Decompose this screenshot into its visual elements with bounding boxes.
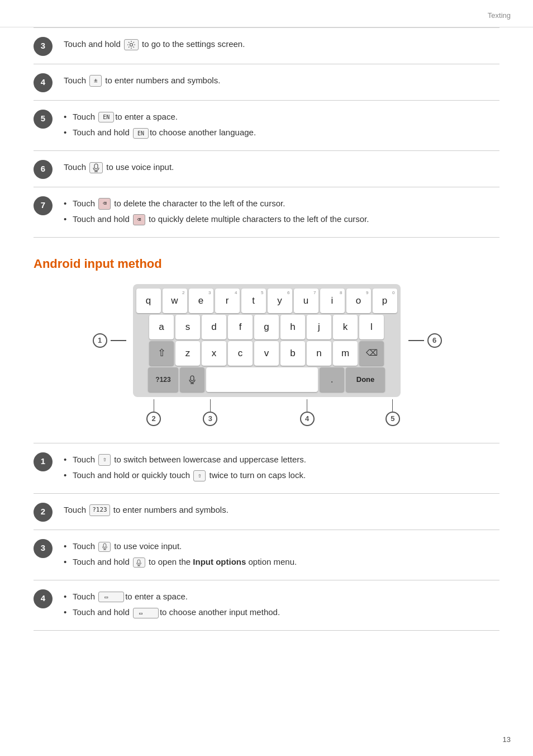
- step-7-bullet-2: Touch and hold ⌫ to quickly delete multi…: [64, 213, 499, 226]
- step-5-bullet-2: Touch and hold ENto choose another langu…: [64, 126, 499, 139]
- step-5-content: Touch ENto enter a space. Touch and hold…: [64, 108, 499, 143]
- callout-1-line: [111, 340, 126, 341]
- key-n[interactable]: n: [307, 341, 331, 366]
- section-label: Texting: [488, 11, 511, 20]
- callout-3-circle: 3: [203, 412, 217, 426]
- key-done[interactable]: Done: [346, 367, 385, 392]
- key-period[interactable]: .: [320, 367, 344, 392]
- settings-icon-box: [124, 39, 139, 50]
- svg-rect-1: [94, 164, 98, 169]
- key-y[interactable]: 6y: [268, 289, 292, 313]
- step-3-row: 3 Touch and hold to go to the settings s…: [34, 27, 499, 64]
- svg-point-0: [130, 43, 132, 46]
- mic-icon: [92, 163, 100, 172]
- callout-5-circle: 5: [386, 412, 400, 426]
- page-number: 13: [503, 734, 511, 745]
- svg-rect-7: [103, 544, 106, 547]
- android-step-3-row: 3 Touch: [34, 530, 499, 580]
- key-h[interactable]: h: [280, 315, 305, 339]
- keyboard-bottom-annotations: 2 3 4: [130, 399, 403, 426]
- step-6-row: 6 Touch to use voice input.: [34, 151, 499, 187]
- delete-icon-2: ⌫: [133, 214, 145, 226]
- keyboard-row-3: ⇧ z x c v b n m ⌫: [136, 341, 397, 366]
- key-shift[interactable]: ⇧: [149, 341, 174, 366]
- step-6-badge: 6: [34, 160, 53, 179]
- android-step-2-badge: 2: [34, 503, 53, 522]
- key-x[interactable]: x: [202, 341, 226, 366]
- key-d[interactable]: d: [202, 315, 226, 339]
- key-mic[interactable]: [180, 367, 204, 392]
- steps-section: 3 Touch and hold to go to the settings s…: [34, 27, 499, 238]
- android-step-2-content: Touch ?123 to enter numbers and symbols.: [64, 502, 499, 517]
- space-ref-2: ▭: [133, 608, 159, 618]
- android-step-1-bullet-1: Touch ⇧ to switch between lowercase and …: [64, 453, 499, 466]
- keyboard[interactable]: q 2w 3e 4r 5t 6y 7u 8i 9o 0p: [133, 284, 401, 397]
- delete-icon-1: ⌫: [98, 198, 111, 210]
- android-step-3-bullet-1: Touch to use voice input.: [64, 540, 499, 553]
- key-r[interactable]: 4r: [215, 289, 240, 313]
- space-ref-1: ▭: [98, 592, 124, 602]
- callout-6-line: [408, 340, 424, 341]
- keyboard-row-2: a s d f g h j k l: [136, 315, 397, 339]
- keyboard-row-4: ?123 . Done: [136, 367, 397, 392]
- key-z[interactable]: z: [175, 341, 200, 366]
- callout-6-circle: 6: [427, 333, 442, 348]
- android-step-1-row: 1 Touch ⇧ to switch between lowercase an…: [34, 443, 499, 494]
- key-i[interactable]: 8i: [320, 289, 345, 313]
- callout-4-circle: 4: [300, 412, 315, 426]
- step-7-content: Touch ⌫ to delete the character to the l…: [64, 195, 499, 229]
- key-u[interactable]: 7u: [294, 289, 318, 313]
- key-a[interactable]: a: [149, 315, 174, 339]
- step-4-row: 4 Touch ± to enter numbers and symbols.: [34, 64, 499, 101]
- keyboard-mic-icon: [188, 375, 196, 384]
- key-l[interactable]: l: [359, 315, 384, 339]
- key-m[interactable]: m: [333, 341, 358, 366]
- page-header: Texting: [0, 0, 533, 27]
- mic-icon-box: [89, 162, 103, 173]
- key-q[interactable]: q: [136, 289, 161, 313]
- android-step-4-bullet-1: Touch ▭ to enter a space.: [64, 590, 499, 603]
- android-title: Android input method: [34, 254, 499, 273]
- step-3-badge: 3: [34, 37, 53, 56]
- key-o[interactable]: 9o: [346, 289, 371, 313]
- android-step-2-row: 2 Touch ?123 to enter numbers and symbol…: [34, 494, 499, 530]
- step-5-bullet-1: Touch ENto enter a space.: [64, 111, 499, 124]
- mic-icon-ref-2: [133, 557, 145, 568]
- key-k[interactable]: k: [333, 315, 358, 339]
- key-j[interactable]: j: [307, 315, 331, 339]
- step-5-row: 5 Touch ENto enter a space. Touch and ho…: [34, 101, 499, 151]
- key-space[interactable]: [206, 367, 318, 392]
- key-p[interactable]: 0p: [373, 289, 397, 313]
- android-section: Android input method 1 6: [34, 254, 499, 631]
- android-step-3-bullet-2: Touch and hold to open the Input options…: [64, 556, 499, 569]
- step-5-badge: 5: [34, 110, 53, 129]
- num-sym-icon-box: ±: [89, 75, 102, 87]
- key-delete[interactable]: ⌫: [359, 341, 384, 366]
- key-c[interactable]: c: [228, 341, 253, 366]
- mic-icon-small-1: [102, 543, 108, 550]
- key-t[interactable]: 5t: [241, 289, 266, 313]
- key-v[interactable]: v: [254, 341, 279, 366]
- keyboard-container: 1 6 q 2w 3e: [34, 284, 499, 426]
- step-6-content: Touch to use voice input.: [64, 159, 499, 174]
- android-step-4-row: 4 Touch ▭ to enter a space. Touch and ho…: [34, 580, 499, 631]
- en-key-2: EN: [133, 128, 149, 139]
- android-step-1-content: Touch ⇧ to switch between lowercase and …: [64, 451, 499, 485]
- num-sym-ref: ?123: [89, 504, 110, 516]
- step-4-content: Touch ± to enter numbers and symbols.: [64, 72, 499, 87]
- mic-icon-ref-1: [98, 542, 111, 552]
- key-g[interactable]: g: [254, 315, 279, 339]
- shift-icon-1: ⇧: [98, 454, 111, 466]
- key-f[interactable]: f: [228, 315, 253, 339]
- key-num-sym[interactable]: ?123: [148, 367, 178, 392]
- key-b[interactable]: b: [280, 341, 305, 366]
- android-steps-section: 1 Touch ⇧ to switch between lowercase an…: [34, 443, 499, 631]
- android-step-4-badge: 4: [34, 589, 53, 608]
- key-s[interactable]: s: [175, 315, 200, 339]
- key-e[interactable]: 3e: [189, 289, 213, 313]
- mic-icon-small-2: [136, 559, 142, 566]
- key-w[interactable]: 2w: [163, 289, 187, 313]
- android-step-4-bullet-2: Touch and hold ▭ to choose another input…: [64, 606, 499, 619]
- en-key-1: EN: [98, 112, 114, 122]
- step-3-content: Touch and hold to go to the settings scr…: [64, 36, 499, 51]
